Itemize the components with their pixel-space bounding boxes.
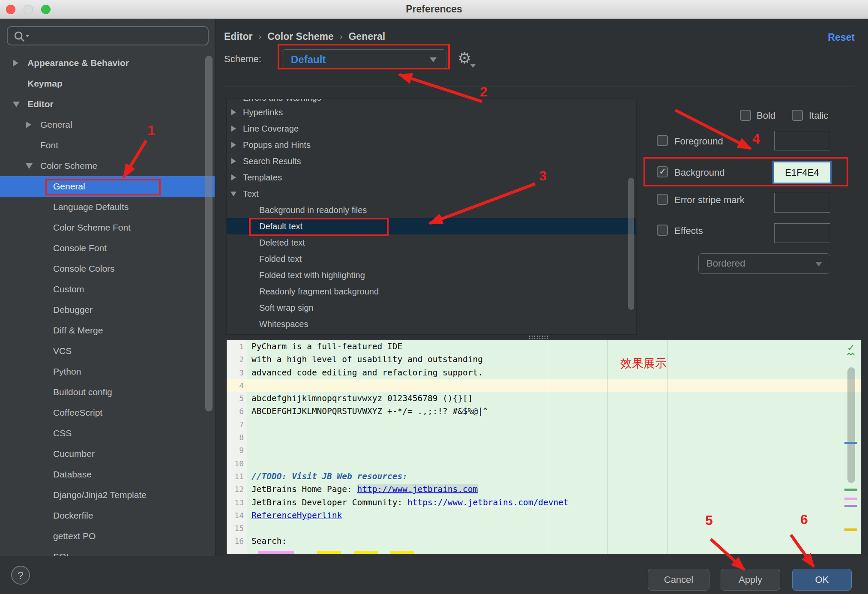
resize-grip-icon[interactable]: [528, 335, 548, 339]
chevron-collapsed-icon[interactable]: [26, 121, 31, 128]
stripe-mark: [844, 489, 857, 491]
preview-line: 3advanced code editing and refactoring s…: [227, 366, 861, 379]
cancel-button[interactable]: Cancel: [648, 569, 709, 591]
tree-item-background-in-readonly-files[interactable]: Background in readonly files: [227, 202, 636, 218]
search-field[interactable]: [7, 26, 209, 45]
preview-line: 12JetBrains Home Page: http://www.jetbra…: [227, 483, 861, 496]
chevron-expanded-icon[interactable]: [13, 102, 20, 107]
tree-item-search-results[interactable]: Search Results: [227, 153, 636, 169]
breadcrumb-separator-icon: ›: [340, 32, 343, 42]
sidebar-item-database[interactable]: Database: [0, 464, 216, 485]
effects-style-dropdown[interactable]: Bordered: [698, 253, 830, 274]
tree-item-label: Deleted text: [259, 238, 305, 248]
code-segment: with a high level of usability and outst…: [251, 354, 483, 364]
window-title: Preferences: [0, 3, 868, 15]
tree-item-readonly-fragment-background[interactable]: Readonly fragment background: [227, 283, 636, 300]
margin-guide: [667, 340, 667, 554]
preview-line: 13JetBrains Developer Community: https:/…: [227, 496, 861, 509]
error-stripe-swatch[interactable]: [774, 193, 830, 213]
foreground-checkbox[interactable]: [657, 135, 668, 146]
sidebar-item-editor[interactable]: Editor: [0, 94, 216, 114]
line-number: 8: [227, 431, 247, 444]
sidebar-item-diff-merge[interactable]: Diff & Merge: [0, 320, 216, 341]
chevron-collapsed-icon[interactable]: [231, 142, 236, 148]
tree-item-soft-wrap-sign[interactable]: Soft wrap sign: [227, 300, 636, 316]
apply-button[interactable]: Apply: [721, 569, 780, 591]
settings-tree: Errors and Warnings HyperlinksLine Cover…: [226, 99, 637, 335]
italic-checkbox[interactable]: [792, 110, 803, 121]
tree-item-whitespaces[interactable]: Whitespaces: [227, 316, 636, 332]
sidebar-item-debugger[interactable]: Debugger: [0, 300, 216, 320]
sidebar-item-color-scheme-font[interactable]: Color Scheme Font: [0, 217, 216, 238]
sidebar-item-buildout-config[interactable]: Buildout config: [0, 382, 216, 402]
line-number: 5: [227, 392, 247, 405]
preview-line: 15: [227, 522, 861, 535]
sidebar-item-sql[interactable]: SQL: [0, 546, 216, 556]
sidebar-item-font[interactable]: Font: [0, 135, 216, 156]
sidebar-item-color-scheme[interactable]: Color Scheme: [0, 156, 216, 176]
sidebar-item-gettext-po[interactable]: gettext PO: [0, 526, 216, 546]
tree-item-deleted-text[interactable]: Deleted text: [227, 234, 636, 251]
chevron-collapsed-icon[interactable]: [13, 60, 18, 66]
sidebar-item-console-font[interactable]: Console Font: [0, 238, 216, 258]
preview-scrollbar[interactable]: [847, 367, 855, 483]
tree-item-text[interactable]: Text: [227, 186, 636, 202]
sidebar-item-vcs[interactable]: VCS: [0, 341, 216, 361]
sidebar-item-coffeescript[interactable]: CoffeeScript: [0, 402, 216, 423]
tree-item-templates[interactable]: Templates: [227, 169, 636, 186]
error-stripe-checkbox[interactable]: [657, 194, 668, 205]
reset-link[interactable]: Reset: [828, 32, 855, 43]
ok-button[interactable]: OK: [792, 569, 852, 591]
search-input[interactable]: [34, 28, 204, 43]
tree-item-popups-and-hints[interactable]: Popups and Hints: [227, 137, 636, 153]
help-icon[interactable]: ?: [11, 566, 30, 585]
sidebar-item-language-defaults[interactable]: Language Defaults: [0, 197, 216, 217]
sidebar-item-label: Keymap: [27, 78, 63, 89]
effects-swatch[interactable]: [774, 223, 830, 243]
code-text: abcdefghijklmnopqrstuvwxyz 0123456789 ()…: [247, 392, 861, 405]
breadcrumb-color-scheme[interactable]: Color Scheme: [267, 31, 334, 42]
preview-line: 11//TODO: Visit JB Web resources:: [227, 470, 861, 483]
code-text: with a high level of usability and outst…: [247, 353, 861, 366]
chevron-collapsed-icon[interactable]: [231, 109, 236, 115]
sidebar-item-python[interactable]: Python: [0, 361, 216, 382]
tree-item-hyperlinks[interactable]: Hyperlinks: [227, 104, 636, 120]
tree-item-folded-text[interactable]: Folded text: [227, 251, 636, 267]
code-text: [247, 548, 861, 554]
sidebar-item-label: Buildout config: [53, 387, 112, 397]
effects-checkbox[interactable]: [657, 225, 668, 236]
preview-line: 5abcdefghijklmnopqrstuvwxyz 0123456789 (…: [227, 392, 861, 405]
breadcrumb-editor[interactable]: Editor: [224, 31, 252, 42]
chevron-collapsed-icon[interactable]: [231, 126, 236, 132]
sidebar-item-keymap[interactable]: Keymap: [0, 73, 216, 94]
tree-item-folded-text-with-highlighting[interactable]: Folded text with highlighting: [227, 267, 636, 283]
sidebar-item-cucumber[interactable]: Cucumber: [0, 444, 216, 464]
code-segment: abcdefghijklmnopqrstuvwxyz 0123456789 ()…: [251, 393, 473, 403]
preview-line: 4: [227, 379, 861, 392]
sidebar-item-django-jinja2-template[interactable]: Django/Jinja2 Template: [0, 485, 216, 505]
scheme-preview-editor[interactable]: 1PyCharm is a full-featured IDE2with a h…: [226, 340, 861, 554]
sidebar-item-css[interactable]: CSS: [0, 423, 216, 444]
tree-item-line-coverage[interactable]: Line Coverage: [227, 120, 636, 137]
sidebar-item-custom[interactable]: Custom: [0, 279, 216, 300]
chevron-collapsed-icon[interactable]: [231, 158, 236, 164]
line-number: 10: [227, 457, 247, 470]
sidebar-item-console-colors[interactable]: Console Colors: [0, 258, 216, 279]
chevron-expanded-icon[interactable]: [26, 163, 33, 169]
sidebar-item-dockerfile[interactable]: Dockerfile: [0, 505, 216, 526]
sidebar-item-appearance-behavior[interactable]: Appearance & Behavior: [0, 53, 216, 73]
sidebar-scrollbar[interactable]: [205, 56, 213, 411]
sidebar-item-general[interactable]: General: [0, 114, 216, 135]
chevron-collapsed-icon[interactable]: [231, 174, 236, 180]
tree-scrollbar[interactable]: [628, 178, 634, 310]
gear-icon[interactable]: ⚙: [458, 49, 471, 67]
sidebar-item-label: Custom: [53, 284, 84, 294]
tree-item-clipped[interactable]: Errors and Warnings: [227, 99, 636, 104]
code-segment: ABCDEFGHIJKLMNOPQRSTUVWXYZ +-*/= .,;:!? …: [251, 406, 488, 416]
chevron-expanded-icon[interactable]: [230, 192, 236, 196]
sidebar-item-label: Django/Jinja2 Template: [53, 490, 147, 500]
foreground-swatch[interactable]: [774, 131, 830, 150]
annotation-label-3: 3: [539, 168, 547, 184]
bold-checkbox[interactable]: [740, 110, 751, 121]
preview-line: 6ABCDEFGHIJKLMNOPQRSTUVWXYZ +-*/= .,;:!?…: [227, 405, 861, 418]
